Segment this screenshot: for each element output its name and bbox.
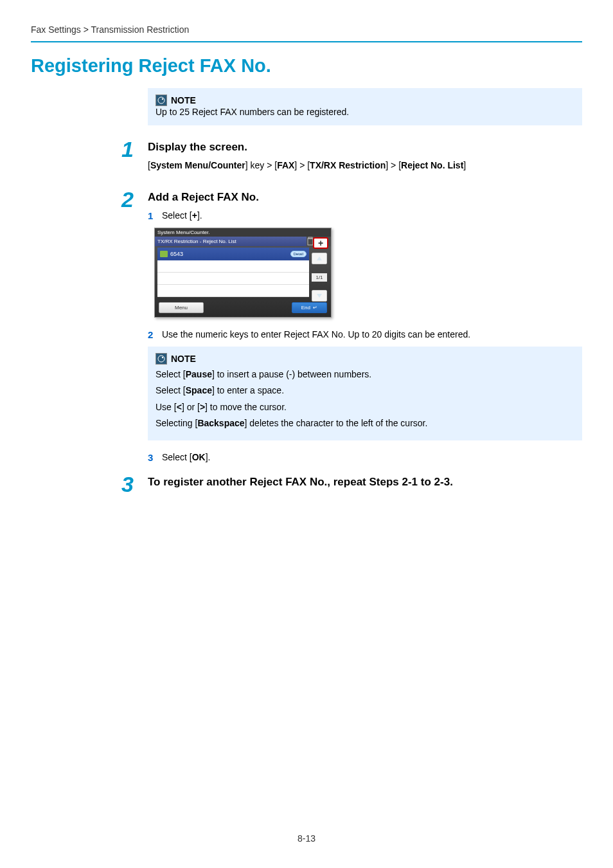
note-label: NOTE xyxy=(171,95,196,105)
ss-fax-number: 6543 xyxy=(170,251,183,257)
note-line: Select [Space] to enter a space. xyxy=(155,384,574,397)
substep-2-1: 1 Select [+]. xyxy=(148,210,582,221)
navigation-path: [System Menu/Counter] key > [FAX] > [TX/… xyxy=(148,160,582,170)
substep-num: 3 xyxy=(148,452,155,463)
page-indicator: 1/1 xyxy=(312,273,327,282)
ss-subtitle: TX/RX Restriction - Reject No. List xyxy=(155,237,306,246)
substep-text: Use the numeric keys to enter Reject FAX… xyxy=(162,329,470,339)
scroll-up-button[interactable] xyxy=(312,253,327,264)
note-line: Select [Pause] to insert a pause (-) bet… xyxy=(155,368,574,381)
ss-empty-row xyxy=(157,273,309,285)
ss-empty-row xyxy=(157,260,309,273)
note-label: NOTE xyxy=(171,354,196,364)
note-icon xyxy=(155,353,167,365)
step-3: 3 To register another Reject FAX No., re… xyxy=(31,473,582,495)
substep-num: 1 xyxy=(148,210,155,221)
plus-button[interactable]: + xyxy=(313,237,328,249)
step-1-title: Display the screen. xyxy=(148,141,582,154)
substep-2-2: 2 Use the numeric keys to enter Reject F… xyxy=(148,329,582,340)
step-number-3: 3 xyxy=(121,472,134,496)
page-title: Registering Reject FAX No. xyxy=(0,42,613,88)
note-line: Selecting [Backspace] deletes the charac… xyxy=(155,417,574,430)
svg-rect-3 xyxy=(308,237,312,239)
ss-empty-row xyxy=(157,285,309,297)
page-number: 8-13 xyxy=(0,833,613,844)
step-2: 2 Add a Reject FAX No. 1 Select [+]. Sys… xyxy=(31,188,582,467)
step-3-title: To register another Reject FAX No., repe… xyxy=(148,476,582,489)
note-line: Use [<] or [>] to move the cursor. xyxy=(155,401,574,414)
ss-list-item[interactable]: 6543 Detail xyxy=(157,248,309,260)
device-screenshot: System Menu/Counter. TX/RX Restriction -… xyxy=(154,228,332,318)
scroll-down-button[interactable] xyxy=(312,290,327,302)
menu-button[interactable]: Menu xyxy=(159,302,204,313)
substep-num: 2 xyxy=(148,329,155,340)
substep-2-3: 3 Select [OK]. xyxy=(148,452,582,463)
step-number-1: 1 xyxy=(121,137,134,161)
note-box-1: NOTE Up to 25 Reject FAX numbers can be … xyxy=(148,88,582,125)
note-icon xyxy=(155,95,167,106)
detail-button[interactable]: Detail xyxy=(290,251,306,257)
step-1: 1 Display the screen. [System Menu/Count… xyxy=(31,138,582,182)
breadcrumb: Fax Settings > Transmission Restriction xyxy=(0,0,613,41)
step-number-2: 2 xyxy=(121,187,134,212)
step-2-title: Add a Reject FAX No. xyxy=(148,191,582,204)
note-text: Up to 25 Reject FAX numbers can be regis… xyxy=(155,106,574,119)
svg-point-5 xyxy=(162,356,163,357)
svg-point-0 xyxy=(158,97,164,104)
ss-window-title: System Menu/Counter. xyxy=(155,228,331,237)
fax-icon xyxy=(160,251,168,257)
svg-point-1 xyxy=(162,98,163,100)
end-button[interactable]: End xyxy=(292,302,327,313)
svg-point-4 xyxy=(158,356,164,362)
note-box-2: NOTE Select [Pause] to insert a pause (-… xyxy=(148,347,582,440)
